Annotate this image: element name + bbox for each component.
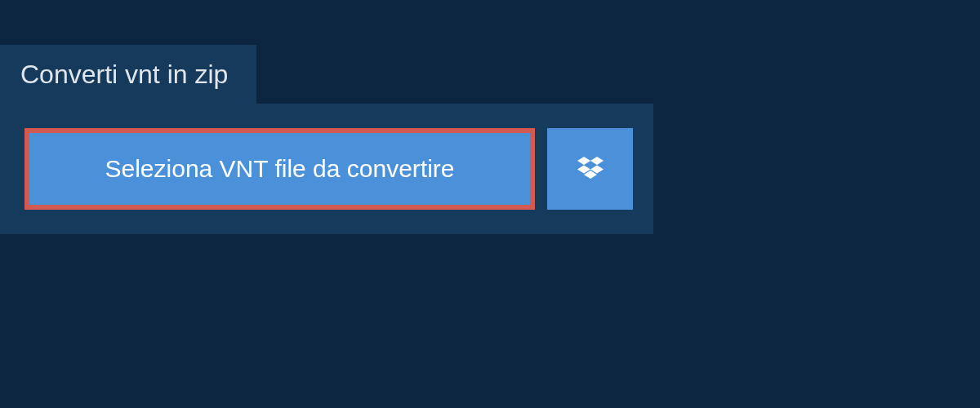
tab-convert-vnt-zip[interactable]: Converti vnt in zip: [0, 45, 256, 104]
file-select-panel: Seleziona VNT file da convertire: [0, 104, 653, 234]
dropbox-button[interactable]: [547, 128, 633, 210]
tab-label: Converti vnt in zip: [20, 60, 228, 89]
select-file-label: Seleziona VNT file da convertire: [105, 155, 455, 183]
dropbox-icon: [577, 157, 604, 181]
select-file-button[interactable]: Seleziona VNT file da convertire: [24, 128, 535, 210]
tab-bar: Converti vnt in zip: [0, 45, 256, 104]
